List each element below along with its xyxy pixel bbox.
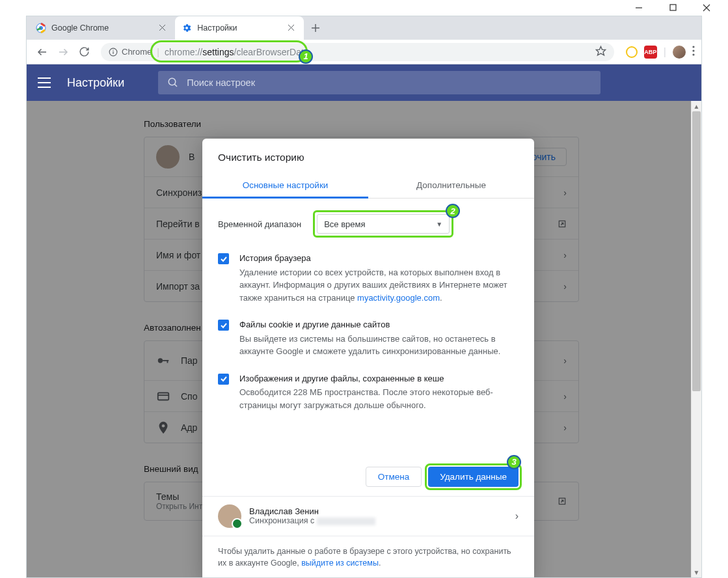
window-minimize-button[interactable]	[634, 3, 643, 12]
site-chip-label: Chrome	[122, 47, 152, 57]
checkbox-browsing-history[interactable]	[218, 253, 229, 264]
chrome-favicon-icon	[36, 23, 46, 33]
checkbox-cookies[interactable]	[218, 320, 229, 331]
signout-link[interactable]: выйдите из системы	[301, 558, 379, 568]
option-cookies[interactable]: Файлы cookie и другие данные сайтов Вы в…	[218, 318, 519, 358]
address-bar[interactable]: Chrome | chrome://settings/clearBrowserD…	[101, 43, 614, 61]
profile-avatar-icon[interactable]	[673, 46, 686, 59]
svg-point-18	[692, 46, 694, 48]
tab-advanced[interactable]: Дополнительные	[368, 172, 534, 198]
annotation-badge-1: 1	[299, 49, 313, 64]
extension-abp-icon[interactable]: ABP	[644, 46, 657, 59]
scrollbar-thumb[interactable]	[692, 111, 701, 391]
scroll-down-icon[interactable]: ▼	[692, 567, 701, 577]
option-cached-images[interactable]: Изображения и другие файлы, сохраненные …	[218, 372, 519, 412]
bookmark-star-icon[interactable]	[595, 46, 606, 59]
svg-rect-15	[113, 51, 113, 53]
vertical-scrollbar[interactable]: ▲ ▼	[691, 101, 701, 577]
browser-frame: Google Chrome Настройки Chrome | chrome:…	[26, 16, 702, 578]
clear-data-button[interactable]: Удалить данные	[428, 467, 519, 487]
window-maximize-button[interactable]	[668, 3, 677, 12]
settings-search-placeholder: Поиск настроек	[187, 77, 255, 88]
dialog-title: Очистить историю	[202, 139, 534, 172]
cancel-button[interactable]: Отмена	[366, 467, 422, 487]
option-desc: Удаление истории со всех устройств, на к…	[239, 266, 519, 305]
settings-page: Настройки Поиск настроек Пользователи В …	[27, 64, 701, 577]
tab-close-icon[interactable]	[159, 23, 169, 33]
user-name: Владислав Зенин	[249, 506, 375, 516]
svg-rect-16	[113, 49, 113, 50]
settings-header: Настройки Поиск настроек	[27, 64, 701, 101]
gear-favicon-icon	[182, 23, 192, 33]
tab-close-icon[interactable]	[288, 23, 297, 33]
window-close-button[interactable]	[702, 3, 711, 12]
svg-rect-1	[670, 5, 676, 10]
browser-toolbar: Chrome | chrome://settings/clearBrowserD…	[27, 40, 701, 64]
dialog-tabs: Основные настройки Дополнительные	[202, 172, 534, 199]
option-title: История браузера	[239, 252, 519, 265]
svg-point-19	[692, 49, 694, 51]
dialog-user-row[interactable]: Владислав Зенин Синхронизация с ›	[202, 496, 534, 536]
settings-page-title: Настройки	[67, 76, 124, 90]
redacted-email	[317, 517, 375, 525]
settings-search-input[interactable]: Поиск настроек	[158, 71, 600, 94]
tab-google-chrome[interactable]: Google Chrome	[29, 16, 175, 40]
extension-yandex-icon[interactable]	[626, 46, 638, 58]
checkbox-cache[interactable]	[218, 374, 229, 385]
reload-button[interactable]	[75, 43, 93, 61]
option-title: Файлы cookie и другие данные сайтов	[239, 318, 519, 331]
option-desc: Освободится 228 МБ пространства. После э…	[239, 386, 519, 411]
annotation-badge-2: 2	[446, 204, 460, 218]
clear-history-dialog: Очистить историю Основные настройки Допо…	[202, 139, 534, 577]
tab-basic[interactable]: Основные настройки	[202, 172, 368, 198]
option-browsing-history[interactable]: История браузера Удаление истории со все…	[218, 252, 519, 304]
myactivity-link[interactable]: myactivity.google.com	[357, 293, 440, 303]
timerange-select[interactable]: Все время ▼	[317, 214, 450, 234]
new-tab-button[interactable]	[306, 19, 325, 37]
user-sync-status: Синхронизация с	[249, 516, 375, 525]
annotation-badge-3: 3	[507, 455, 521, 469]
back-button[interactable]	[33, 43, 51, 61]
scroll-up-icon[interactable]: ▲	[692, 101, 701, 111]
timerange-value: Все время	[324, 219, 365, 229]
dialog-footnote: Чтобы удалить данные о работе в браузере…	[202, 536, 534, 578]
url-text: chrome://settings/clearBrowserData	[165, 47, 309, 57]
svg-point-24	[169, 78, 176, 85]
option-title: Изображения и другие файлы, сохраненные …	[239, 372, 519, 385]
tab-title: Google Chrome	[51, 23, 109, 33]
tabstrip: Google Chrome Настройки	[27, 16, 701, 40]
site-info-icon[interactable]: Chrome	[109, 47, 152, 57]
timerange-label: Временной диапазон	[218, 219, 301, 229]
search-icon	[167, 77, 179, 89]
forward-button[interactable]	[54, 43, 72, 61]
tab-title: Настройки	[197, 23, 237, 33]
tab-settings[interactable]: Настройки	[175, 16, 303, 40]
option-desc: Вы выйдете из системы на большинстве сай…	[239, 333, 519, 358]
svg-marker-17	[596, 46, 605, 55]
svg-line-25	[175, 84, 178, 87]
svg-point-20	[692, 53, 694, 55]
window-titlebar	[0, 0, 728, 16]
chevron-down-icon: ▼	[436, 221, 442, 228]
hamburger-menu-icon[interactable]	[37, 77, 51, 89]
user-avatar-icon	[218, 504, 241, 528]
browser-menu-icon[interactable]	[692, 46, 695, 59]
